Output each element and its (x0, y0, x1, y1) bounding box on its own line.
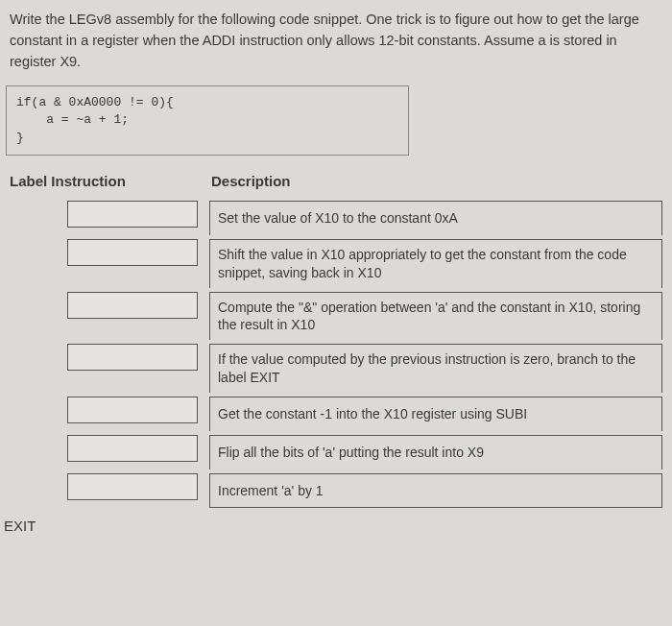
table-row: Set the value of X10 to the constant 0xA (10, 201, 662, 235)
instruction-input[interactable] (67, 344, 198, 371)
table-row: Flip all the bits of 'a' putting the res… (10, 435, 662, 470)
code-snippet: if(a & 0xA0000 != 0){ a = ~a + 1; } (6, 85, 409, 156)
table-headers: Label Instruction Description (6, 173, 666, 189)
description-cell: Compute the "&" operation between 'a' an… (209, 292, 662, 341)
question-prompt: Write the LEGv8 assembly for the followi… (6, 10, 666, 72)
instruction-input[interactable] (67, 201, 198, 228)
instruction-input[interactable] (67, 473, 198, 500)
header-description: Description (211, 173, 291, 189)
description-cell: Flip all the bits of 'a' putting the res… (209, 435, 662, 470)
description-cell: Get the constant -1 into the X10 registe… (209, 397, 662, 431)
description-cell: Set the value of X10 to the constant 0xA (209, 201, 662, 235)
table-row: Compute the "&" operation between 'a' an… (10, 292, 662, 341)
exit-label: EXIT (4, 518, 666, 534)
table-row: If the value computed by the previous in… (10, 344, 662, 393)
instruction-table: Set the value of X10 to the constant 0xA… (6, 201, 666, 508)
instruction-input[interactable] (67, 239, 198, 266)
description-cell: Shift the value in X10 appropriately to … (209, 239, 662, 288)
table-row: Get the constant -1 into the X10 registe… (10, 397, 662, 431)
code-line: a = ~a + 1; (16, 111, 398, 129)
code-line: if(a & 0xA0000 != 0){ (16, 94, 398, 111)
table-row: Increment 'a' by 1 (10, 473, 662, 508)
description-cell: Increment 'a' by 1 (209, 473, 662, 508)
instruction-input[interactable] (67, 397, 198, 423)
description-cell: If the value computed by the previous in… (209, 344, 662, 393)
instruction-input[interactable] (67, 292, 198, 319)
code-line: } (16, 130, 398, 147)
header-label-instruction: Label Instruction (10, 173, 211, 189)
table-row: Shift the value in X10 appropriately to … (10, 239, 662, 288)
instruction-input[interactable] (67, 435, 198, 462)
